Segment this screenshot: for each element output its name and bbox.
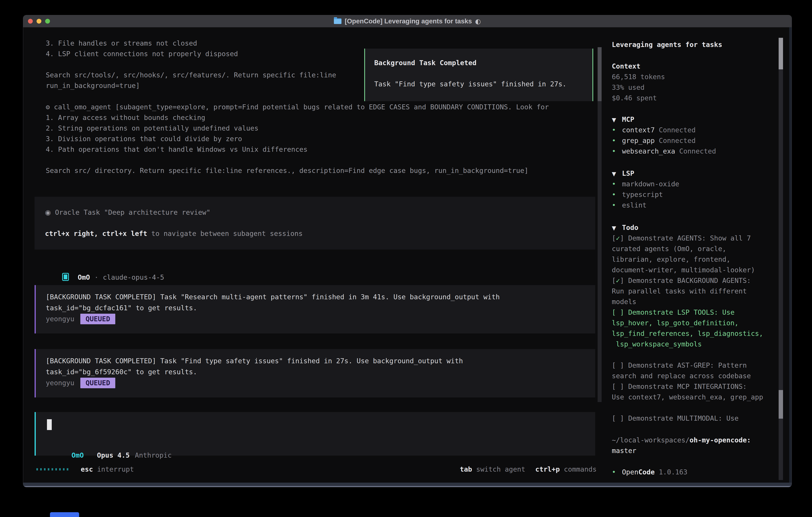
window-title-text: [OpenCode] Leveraging agents for tasks: [345, 18, 472, 25]
mcp-server-status: Connected: [655, 137, 696, 144]
app-name-bold: Code: [638, 468, 655, 476]
input-agent-label[interactable]: OmO: [71, 451, 84, 459]
workspace-branch: master: [612, 445, 751, 456]
mcp-section-header[interactable]: ▼MCP: [612, 114, 716, 125]
chevron-down-icon: ▼: [612, 114, 622, 125]
input-meta-row: OmOOpus 4.5Anthropic: [47, 439, 172, 450]
lsp-heading: LSP: [622, 169, 634, 177]
empty-checkbox-icon: [ ]: [612, 308, 628, 316]
esc-label: interrupt: [93, 465, 134, 473]
todo-heading: Todo: [622, 223, 638, 232]
todo-item-active: [ ] Demonstrate LSP TOOLS: Use lsp_hover…: [612, 307, 784, 350]
lsp-item: •markdown-oxide: [612, 179, 679, 189]
terminal-window: [OpenCode] Leveraging agents for tasks ◐…: [23, 15, 792, 487]
context-tokens: 66,518 tokens: [612, 72, 665, 82]
task-message-line: task_id="bg_dcfac161" to get results.: [46, 302, 585, 314]
task-meta-row: yeongyuQUEUED: [46, 314, 585, 324]
mcp-item: •grep_app Connected: [612, 135, 716, 146]
terminal-scrollback: 3. File handles or streams not closed 4.…: [46, 38, 336, 91]
sidebar-lsp-section: ▼LSP •markdown-oxide •typescript •eslint: [612, 168, 679, 211]
main-scrollbar-thumb[interactable]: [598, 47, 602, 101]
main-scrollbar[interactable]: [598, 47, 602, 402]
sidebar-mcp-section: ▼MCP •context7 Connected •grep_app Conne…: [612, 114, 716, 157]
todo-scrollbar-thumb[interactable]: [779, 390, 783, 419]
lsp-item: •typescript: [612, 189, 679, 200]
input-model-label[interactable]: Opus 4.5: [97, 451, 130, 459]
gear-icon: ⚙: [46, 103, 50, 111]
mcp-server-status: Connected: [675, 147, 716, 155]
prompt-input[interactable]: OmOOpus 4.5Anthropic: [35, 412, 595, 456]
chevron-down-icon: ▼: [612, 168, 622, 179]
queued-badge: QUEUED: [80, 314, 115, 324]
todo-item-pending: [ ] Demonstrate MULTIMODAL: Use: [612, 413, 784, 424]
mcp-server-name: websearch_exa: [622, 147, 675, 155]
lsp-item: •eslint: [612, 200, 679, 211]
mcp-item: •websearch_exa Connected: [612, 146, 716, 157]
app-name: Open: [622, 468, 638, 476]
oracle-hint-line: ctrl+x right, ctrl+x left to navigate be…: [45, 228, 585, 239]
record-icon: ◉: [45, 208, 51, 216]
task-message-line: [BACKGROUND TASK COMPLETED] Task "Find t…: [46, 355, 585, 366]
terminal-line: run_in_background=true]: [46, 80, 336, 91]
empty-checkbox-icon: [ ]: [612, 361, 628, 369]
context-spent: $0.46 spent: [612, 93, 665, 103]
oracle-title: Oracle Task "Deep architecture review": [51, 208, 210, 216]
tool-call-item: 2. String operations on potentially unde…: [46, 123, 549, 134]
sidebar-scrollbar-thumb[interactable]: [779, 38, 783, 70]
lsp-server-name: markdown-oxide: [622, 180, 679, 188]
queued-badge: QUEUED: [80, 378, 115, 388]
maximize-button[interactable]: [45, 19, 50, 24]
ctrlp-label: commands: [560, 465, 597, 473]
terminal-line: 3. File handles or streams not closed: [46, 38, 336, 49]
todo-item-pending: [ ] Demonstrate MCP INTEGRATIONS: Use co…: [612, 381, 784, 403]
sidebar-scrollbar[interactable]: [779, 38, 783, 480]
shortcut-keys: ctrl+x right, ctrl+x left: [45, 229, 147, 238]
notification-body: Task "Find type safety issues" finished …: [374, 79, 583, 89]
tool-call-item: 4. Path operations that don't handle Win…: [46, 144, 549, 155]
workspace-repo: oh-my-opencode:: [690, 436, 751, 444]
terminal-line: Search src/tools/, src/hooks/, src/featu…: [46, 70, 336, 80]
window-title: [OpenCode] Leveraging agents for tasks ◐: [334, 18, 481, 25]
agent-icon: [62, 273, 69, 281]
session-title-text: Leveraging agents for tasks: [612, 39, 722, 50]
lsp-section-header[interactable]: ▼LSP: [612, 168, 679, 179]
ctrlp-key-hint: ctrl+p: [535, 465, 560, 473]
task-message-line: task_id="bg_6f59260c" to get results.: [46, 366, 585, 377]
task-user: yeongyu: [46, 379, 74, 387]
bullet-icon: •: [612, 125, 622, 135]
window-edge: [789, 27, 792, 483]
shortcut-hint: to navigate between subagent sessions: [147, 229, 303, 238]
sidebar-todo-section: ▼Todo [✓] Demonstrate AGENTS: Show all 7…: [612, 222, 784, 424]
app-version: 1.0.163: [655, 468, 688, 476]
tool-call-footer: Search src/ directory. Return specific f…: [46, 165, 549, 176]
background-task-card: [BACKGROUND TASK COMPLETED] Task "Resear…: [35, 285, 595, 333]
tool-call-line: ⚙ call_omo_agent [subagent_type=explore,…: [46, 102, 549, 112]
activity-spinner: [36, 468, 68, 470]
tool-call-text: call_omo_agent [subagent_type=explore, p…: [50, 103, 549, 111]
agent-header: OmO·claude-opus-4-5: [46, 262, 164, 272]
workspace-path: ~/local-workspaces/: [612, 436, 690, 444]
sidebar-workspace: ~/local-workspaces/oh-my-opencode: maste…: [612, 435, 751, 456]
agent-name: OmO: [78, 273, 90, 281]
close-button[interactable]: [28, 19, 33, 24]
minimize-button[interactable]: [36, 19, 41, 24]
tab-key-hint: tab: [460, 465, 472, 473]
bullet-icon: •: [612, 135, 622, 146]
todo-item-done: [✓] Demonstrate BACKGROUND AGENTS: Run p…: [612, 275, 784, 307]
mcp-server-name: grep_app: [622, 137, 655, 144]
desktop: { "colors": { "accent_green": "#7dd894",…: [0, 0, 812, 517]
session-progress-icon: ◐: [475, 18, 481, 25]
window-titlebar: [OpenCode] Leveraging agents for tasks ◐: [23, 15, 792, 27]
separator-dot: ·: [94, 273, 98, 281]
bullet-icon: •: [612, 179, 622, 189]
folder-icon: [334, 19, 342, 24]
dock-accent-bar: [50, 512, 79, 517]
bullet-icon: •: [612, 200, 622, 211]
empty-checkbox-icon: [ ]: [612, 382, 628, 390]
lsp-server-name: eslint: [622, 201, 646, 209]
notification-title: Background Task Completed: [374, 58, 583, 68]
todo-section-header[interactable]: ▼Todo: [612, 222, 784, 233]
bullet-icon: •: [612, 146, 622, 157]
text-cursor: [47, 419, 52, 430]
tool-call-item: 1. Array access without bounds checking: [46, 112, 549, 123]
